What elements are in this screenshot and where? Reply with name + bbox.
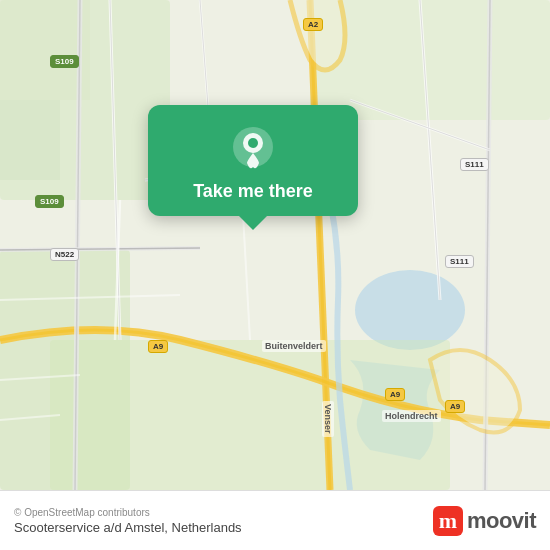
- map-svg: [0, 0, 550, 490]
- badge-a9-bot-right: A9: [445, 400, 465, 413]
- badge-s111-bot: S111: [445, 255, 474, 268]
- svg-rect-7: [0, 100, 60, 180]
- svg-rect-6: [0, 0, 90, 100]
- badge-a9-bot-mid: A9: [385, 388, 405, 401]
- svg-point-1: [355, 270, 465, 350]
- popup-button-label: Take me there: [193, 181, 313, 202]
- badge-s109-mid: S109: [35, 195, 64, 208]
- attribution: © OpenStreetMap contributors: [14, 507, 242, 518]
- moovit-logo[interactable]: m moovit: [433, 506, 536, 536]
- location-label: Scooterservice a/d Amstel, Netherlands: [14, 520, 242, 535]
- badge-a2-top: A2: [303, 18, 323, 31]
- badge-s111-top: S111: [460, 158, 489, 171]
- bottom-info: © OpenStreetMap contributors Scooterserv…: [14, 507, 242, 535]
- label-venser: Venser: [322, 401, 334, 437]
- location-pin-icon: [229, 123, 277, 171]
- moovit-m-badge: m: [433, 506, 463, 536]
- badge-n522: N522: [50, 248, 79, 261]
- label-holendrecht: Holendrecht: [382, 410, 441, 422]
- bottom-bar: © OpenStreetMap contributors Scooterserv…: [0, 490, 550, 550]
- map-container[interactable]: S109 S109 A2 A9 A9 A9 S111 S111 N522 Bui…: [0, 0, 550, 490]
- badge-s109-top: S109: [50, 55, 79, 68]
- badge-a9-bot-left: A9: [148, 340, 168, 353]
- svg-point-33: [248, 138, 258, 148]
- moovit-wordmark: moovit: [467, 508, 536, 534]
- label-buitenveldert: Buitenveldert: [262, 340, 326, 352]
- take-me-there-button[interactable]: Take me there: [148, 105, 358, 216]
